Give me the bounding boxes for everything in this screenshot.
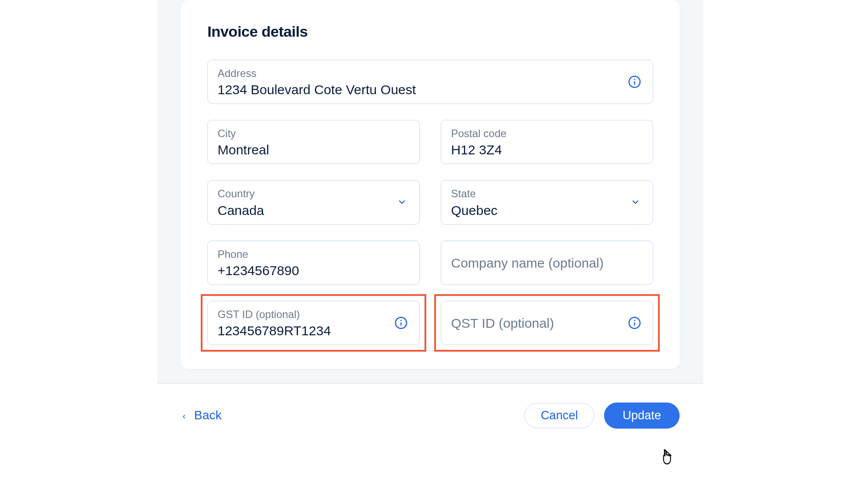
postal-field[interactable]: Postal code H12 3Z4 — [441, 120, 653, 164]
country-select[interactable]: Country Canada — [207, 180, 420, 224]
gst-label: GST ID (optional) — [218, 307, 409, 321]
company-placeholder: Company name (optional) — [451, 254, 643, 272]
gst-field[interactable]: GST ID (optional) 123456789RT1234 — [207, 301, 420, 345]
country-field-wrap: Country Canada — [207, 180, 420, 224]
chevron-down-icon — [631, 197, 640, 207]
row-address: Address 1234 Boulevard Cote Vertu Ouest — [207, 60, 653, 104]
address-value: 1234 Boulevard Cote Vertu Ouest — [218, 81, 643, 98]
qst-field-wrap: QST ID (optional) — [441, 301, 653, 345]
address-label: Address — [218, 66, 643, 80]
row-phone-company: Phone +1234567890 Company name (optional… — [207, 241, 653, 285]
chevron-left-icon — [181, 410, 187, 420]
company-field[interactable]: Company name (optional) — [441, 241, 653, 285]
gst-value: 123456789RT1234 — [218, 322, 409, 339]
info-icon[interactable] — [628, 316, 641, 330]
back-link[interactable]: Back — [181, 408, 222, 422]
invoice-details-card: Invoice details Address 1234 Boulevard C… — [181, 0, 680, 369]
cancel-button[interactable]: Cancel — [524, 403, 594, 428]
country-value: Canada — [218, 202, 409, 219]
city-label: City — [218, 127, 409, 140]
phone-field-wrap: Phone +1234567890 — [207, 241, 420, 285]
city-field-wrap: City Montreal — [207, 120, 420, 164]
address-field[interactable]: Address 1234 Boulevard Cote Vertu Ouest — [207, 60, 653, 104]
svg-point-2 — [634, 79, 635, 80]
cursor-pointer-icon — [659, 448, 675, 466]
phone-field[interactable]: Phone +1234567890 — [207, 241, 420, 285]
row-country-state: Country Canada State Quebec — [207, 180, 653, 224]
state-label: State — [451, 187, 643, 200]
actions: Cancel Update — [524, 403, 680, 429]
state-value: Quebec — [451, 202, 643, 219]
row-city-postal: City Montreal Postal code H12 3Z4 — [207, 120, 653, 164]
row-gst-qst: GST ID (optional) 123456789RT1234 QST ID… — [207, 301, 653, 345]
card-title: Invoice details — [207, 23, 653, 40]
svg-point-8 — [634, 320, 635, 321]
update-button[interactable]: Update — [604, 403, 680, 429]
address-field-wrap: Address 1234 Boulevard Cote Vertu Ouest — [207, 60, 653, 104]
qst-field[interactable]: QST ID (optional) — [441, 301, 653, 345]
page-container: Invoice details Address 1234 Boulevard C… — [157, 0, 704, 429]
phone-label: Phone — [218, 247, 409, 261]
info-icon[interactable] — [394, 316, 408, 330]
postal-field-wrap: Postal code H12 3Z4 — [441, 120, 653, 164]
svg-point-5 — [401, 320, 402, 321]
city-value: Montreal — [218, 141, 409, 158]
company-field-wrap: Company name (optional) — [441, 241, 653, 285]
state-select[interactable]: State Quebec — [441, 180, 653, 224]
state-field-wrap: State Quebec — [441, 180, 653, 224]
bottom-bar: Back Cancel Update — [157, 384, 704, 429]
panel-background: Invoice details Address 1234 Boulevard C… — [157, 0, 704, 384]
country-label: Country — [218, 187, 409, 200]
chevron-down-icon — [397, 197, 407, 207]
city-field[interactable]: City Montreal — [207, 120, 420, 164]
postal-label: Postal code — [451, 127, 643, 140]
postal-value: H12 3Z4 — [451, 141, 643, 158]
back-label: Back — [194, 408, 222, 422]
phone-value: +1234567890 — [218, 262, 409, 279]
qst-placeholder: QST ID (optional) — [451, 314, 643, 332]
gst-field-wrap: GST ID (optional) 123456789RT1234 — [207, 301, 420, 345]
info-icon[interactable] — [628, 75, 641, 88]
